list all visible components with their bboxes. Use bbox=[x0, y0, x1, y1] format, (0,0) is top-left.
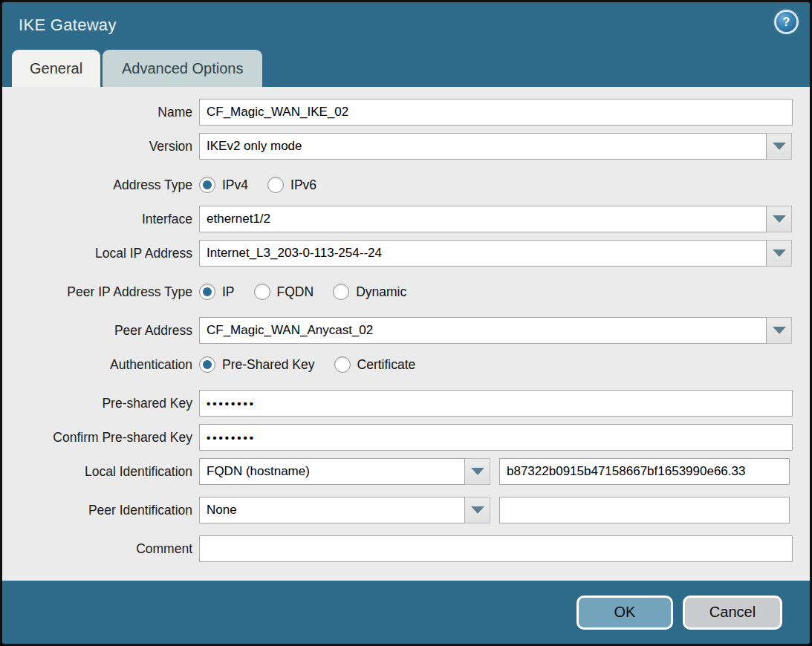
preshared-key-input[interactable] bbox=[199, 390, 793, 417]
radio-ipv6-label: IPv6 bbox=[290, 177, 316, 193]
ike-gateway-dialog: IKE Gateway ? General Advanced Options N… bbox=[0, 0, 812, 646]
radio-ipv4-label: IPv4 bbox=[222, 177, 248, 193]
question-mark-glyph: ? bbox=[783, 16, 790, 29]
peer-identification-row: Peer Identification bbox=[11, 497, 799, 523]
peer-ip-type-label: Peer IP Address Type bbox=[11, 284, 192, 300]
local-identification-dropdown-button[interactable] bbox=[465, 458, 490, 485]
confirm-preshared-key-row: Confirm Pre-shared Key bbox=[11, 424, 799, 451]
title-bar: IKE Gateway ? bbox=[2, 2, 810, 48]
authentication-row: Authentication Pre-Shared Key Certificat… bbox=[11, 351, 799, 378]
confirm-preshared-key-input[interactable] bbox=[199, 424, 793, 451]
version-row: Version bbox=[11, 133, 799, 160]
radio-fqdn-label: FQDN bbox=[277, 284, 314, 300]
interface-input[interactable] bbox=[199, 206, 767, 232]
version-input[interactable] bbox=[199, 133, 767, 160]
radio-ipv4[interactable] bbox=[199, 177, 215, 193]
radio-certificate[interactable] bbox=[334, 356, 351, 373]
chevron-down-icon bbox=[773, 249, 786, 257]
chevron-down-icon bbox=[773, 215, 786, 223]
peer-identification-label: Peer Identification bbox=[11, 503, 192, 518]
help-icon[interactable]: ? bbox=[776, 12, 796, 32]
peer-identification-dropdown-button[interactable] bbox=[465, 497, 490, 523]
tab-advanced-options[interactable]: Advanced Options bbox=[103, 50, 262, 87]
radio-pre-shared-key[interactable] bbox=[199, 356, 215, 373]
local-ip-label: Local IP Address bbox=[11, 246, 192, 261]
tab-general[interactable]: General bbox=[12, 50, 100, 87]
peer-address-input[interactable] bbox=[199, 317, 767, 344]
radio-dynamic-label: Dynamic bbox=[356, 284, 406, 300]
dialog-title: IKE Gateway bbox=[19, 16, 117, 35]
radio-ipv6[interactable] bbox=[267, 177, 284, 193]
confirm-preshared-key-label: Confirm Pre-shared Key bbox=[11, 430, 192, 446]
local-identification-row: Local Identification bbox=[11, 458, 799, 485]
radio-dynamic[interactable] bbox=[333, 284, 349, 300]
radio-pre-shared-key-label: Pre-Shared Key bbox=[222, 357, 315, 373]
comment-input[interactable] bbox=[199, 535, 793, 562]
interface-row: Interface bbox=[11, 206, 799, 232]
ok-button[interactable]: OK bbox=[576, 596, 673, 630]
peer-identification-type-input[interactable] bbox=[199, 497, 465, 523]
local-identification-value-input[interactable] bbox=[499, 458, 790, 485]
interface-dropdown-button[interactable] bbox=[767, 206, 792, 232]
local-ip-dropdown[interactable] bbox=[199, 240, 792, 267]
radio-ip[interactable] bbox=[199, 284, 215, 300]
name-input[interactable] bbox=[199, 99, 793, 125]
name-row: Name bbox=[11, 99, 799, 125]
tab-general-label: General bbox=[30, 60, 82, 77]
version-dropdown-button[interactable] bbox=[767, 133, 792, 160]
dialog-footer: OK Cancel bbox=[2, 581, 810, 644]
chevron-down-icon bbox=[773, 327, 786, 334]
peer-address-dropdown[interactable] bbox=[199, 317, 792, 344]
local-identification-type-input[interactable] bbox=[199, 458, 465, 485]
name-label: Name bbox=[11, 105, 192, 120]
tab-strip: General Advanced Options bbox=[2, 48, 810, 87]
local-identification-label: Local Identification bbox=[11, 464, 192, 480]
peer-address-dropdown-button[interactable] bbox=[767, 317, 792, 344]
peer-address-label: Peer Address bbox=[11, 323, 192, 339]
version-label: Version bbox=[11, 139, 192, 154]
local-ip-dropdown-button[interactable] bbox=[767, 240, 792, 267]
tab-advanced-options-label: Advanced Options bbox=[122, 60, 243, 77]
interface-dropdown[interactable] bbox=[199, 206, 792, 232]
cancel-button[interactable]: Cancel bbox=[683, 596, 782, 630]
address-type-label: Address Type bbox=[11, 177, 192, 193]
chevron-down-icon bbox=[471, 506, 484, 514]
local-ip-input[interactable] bbox=[199, 240, 767, 267]
general-tab-panel: Name Version Address Type IPv4 bbox=[2, 87, 810, 581]
peer-identification-type-dropdown[interactable] bbox=[199, 497, 490, 523]
version-dropdown[interactable] bbox=[199, 133, 792, 160]
peer-address-row: Peer Address bbox=[11, 317, 799, 344]
peer-identification-value-input[interactable] bbox=[499, 497, 790, 523]
radio-ip-label: IP bbox=[222, 284, 235, 300]
chevron-down-icon bbox=[773, 143, 786, 150]
preshared-key-label: Pre-shared Key bbox=[11, 396, 192, 411]
authentication-label: Authentication bbox=[11, 357, 192, 373]
comment-row: Comment bbox=[11, 535, 799, 562]
comment-label: Comment bbox=[11, 541, 192, 557]
interface-label: Interface bbox=[11, 212, 192, 227]
peer-ip-type-row: Peer IP Address Type IP FQDN Dynamic bbox=[11, 278, 799, 305]
radio-certificate-label: Certificate bbox=[357, 357, 416, 373]
local-identification-type-dropdown[interactable] bbox=[199, 458, 490, 485]
preshared-key-row: Pre-shared Key bbox=[11, 390, 799, 417]
chevron-down-icon bbox=[471, 468, 484, 475]
radio-fqdn[interactable] bbox=[254, 284, 270, 300]
address-type-row: Address Type IPv4 IPv6 bbox=[11, 172, 799, 198]
local-ip-row: Local IP Address bbox=[11, 240, 799, 267]
